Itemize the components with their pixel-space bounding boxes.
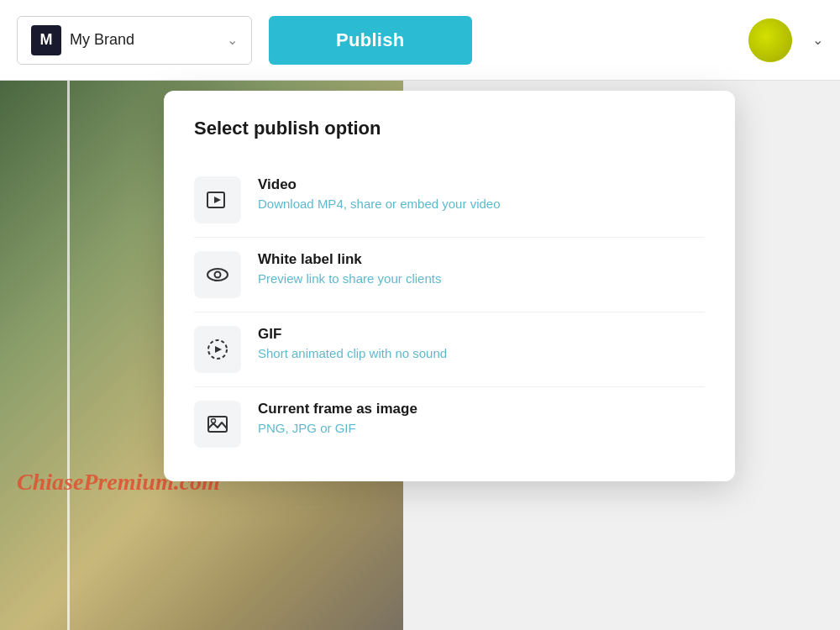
user-chevron-icon[interactable]: ⌄ <box>812 32 823 48</box>
gif-icon-box <box>194 326 241 373</box>
video-icon <box>206 188 229 212</box>
frame-option-desc: PNG, JPG or GIF <box>258 421 417 435</box>
avatar-image <box>748 18 792 62</box>
brand-avatar: M <box>31 25 61 55</box>
gif-icon <box>206 338 229 361</box>
brand-chevron-icon: ⌄ <box>227 32 238 48</box>
user-avatar[interactable] <box>748 18 792 62</box>
frame-option-text: Current frame as image PNG, JPG or GIF <box>258 401 417 435</box>
frame-option-title: Current frame as image <box>258 401 417 417</box>
eye-icon-box <box>194 251 241 298</box>
svg-marker-5 <box>215 346 222 353</box>
video-option-desc: Download MP4, share or embed your video <box>258 197 501 211</box>
video-option-title: Video <box>258 176 501 193</box>
publish-dropdown-panel: Select publish option Video Download MP4… <box>164 91 735 481</box>
video-timeline-line <box>67 81 70 630</box>
image-icon-box <box>194 401 241 448</box>
header: M My Brand ⌄ Publish ⌄ <box>0 0 840 81</box>
svg-point-7 <box>212 419 216 423</box>
publish-option-video[interactable]: Video Download MP4, share or embed your … <box>194 163 705 238</box>
white-label-option-desc: Preview link to share your clients <box>258 271 441 286</box>
white-label-option-text: White label link Preview link to share y… <box>258 251 441 286</box>
publish-button[interactable]: Publish <box>269 16 472 65</box>
gif-option-desc: Short animated clip with no sound <box>258 346 447 360</box>
publish-option-gif[interactable]: GIF Short animated clip with no sound <box>194 312 705 387</box>
gif-option-text: GIF Short animated clip with no sound <box>258 326 447 360</box>
eye-icon <box>206 263 229 286</box>
white-label-option-title: White label link <box>258 251 441 268</box>
dropdown-title: Select publish option <box>194 118 705 139</box>
image-icon <box>206 412 229 436</box>
gif-option-title: GIF <box>258 326 447 343</box>
svg-point-3 <box>215 272 221 278</box>
svg-point-2 <box>207 269 228 281</box>
publish-option-white-label[interactable]: White label link Preview link to share y… <box>194 238 705 312</box>
svg-marker-1 <box>214 197 221 203</box>
video-option-text: Video Download MP4, share or embed your … <box>258 176 501 211</box>
brand-selector[interactable]: M My Brand ⌄ <box>17 16 252 65</box>
video-icon-box <box>194 176 241 223</box>
brand-name: My Brand <box>70 31 218 49</box>
publish-option-frame[interactable]: Current frame as image PNG, JPG or GIF <box>194 387 705 461</box>
